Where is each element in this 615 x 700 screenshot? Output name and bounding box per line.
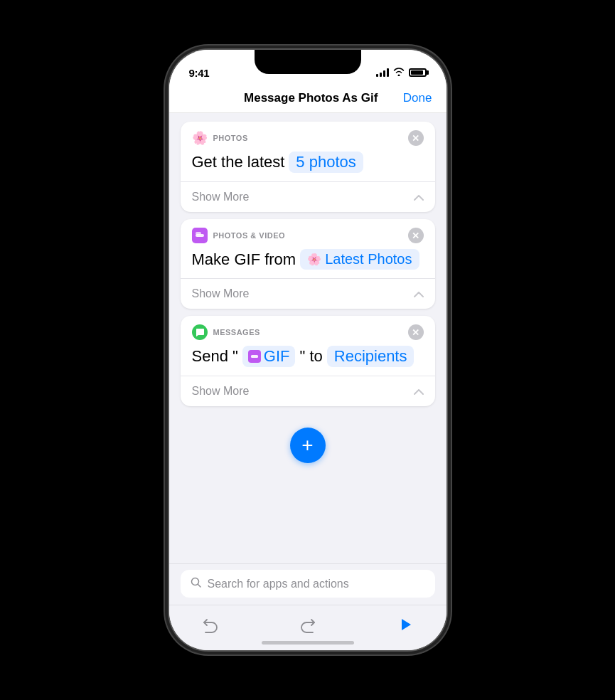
done-button[interactable]: Done bbox=[403, 91, 432, 105]
photos-category-label: PHOTOS bbox=[213, 134, 248, 142]
gif-token-label: GIF bbox=[264, 347, 290, 366]
messages-action-text: Send " GIF " to Recipients bbox=[192, 346, 424, 367]
photos-video-chevron-icon bbox=[414, 288, 424, 299]
messages-card-body: Send " GIF " to Recipients bbox=[181, 346, 435, 376]
messages-card-header-left: MESSAGES bbox=[192, 324, 260, 340]
photos-action-prefix: Get the latest bbox=[192, 153, 285, 171]
messages-category-label: MESSAGES bbox=[213, 328, 260, 336]
photos-card-header-left: 🌸 PHOTOS bbox=[192, 130, 248, 146]
shortcuts-content: 🌸 PHOTOS ✕ Get the latest 5 photos Sh bbox=[169, 113, 446, 563]
latest-photos-icon: 🌸 bbox=[307, 253, 321, 266]
add-action-button[interactable]: + bbox=[290, 428, 326, 463]
wifi-icon bbox=[393, 68, 405, 78]
photos-show-more-label: Show More bbox=[192, 191, 250, 203]
gif-mini-icon bbox=[248, 350, 261, 363]
photos-card-header: 🌸 PHOTOS ✕ bbox=[181, 122, 435, 152]
photos-video-card-header: PHOTOS & VIDEO ✕ bbox=[181, 219, 435, 249]
empty-space bbox=[181, 484, 435, 555]
svg-rect-2 bbox=[196, 232, 201, 235]
nav-bar: Message Photos As Gif Done bbox=[169, 85, 446, 113]
photos-action-card: 🌸 PHOTOS ✕ Get the latest 5 photos Sh bbox=[181, 122, 435, 212]
messages-show-more-label: Show More bbox=[192, 385, 250, 398]
photos-show-more[interactable]: Show More bbox=[181, 182, 435, 212]
messages-chevron-icon bbox=[414, 386, 424, 397]
photos-video-show-more[interactable]: Show More bbox=[181, 279, 435, 309]
search-bar[interactable]: Search for apps and actions bbox=[181, 570, 435, 598]
battery-fill bbox=[411, 70, 423, 75]
signal-bar-2 bbox=[380, 73, 382, 77]
recipients-token[interactable]: Recipients bbox=[327, 346, 415, 367]
photos-action-text: Get the latest 5 photos bbox=[192, 152, 424, 173]
run-button[interactable] bbox=[392, 612, 418, 637]
add-button-icon: + bbox=[301, 434, 313, 457]
messages-to-label: " to bbox=[299, 347, 322, 366]
signal-bar-1 bbox=[376, 74, 378, 77]
photos-video-category-label: PHOTOS & VIDEO bbox=[213, 231, 286, 240]
photos-video-action-text: Make GIF from 🌸 Latest Photos bbox=[192, 249, 424, 270]
photos-video-card-header-left: PHOTOS & VIDEO bbox=[192, 228, 286, 243]
messages-show-more[interactable]: Show More bbox=[181, 376, 435, 406]
notch bbox=[255, 50, 361, 74]
home-indicator bbox=[262, 641, 354, 645]
signal-bar-4 bbox=[387, 68, 389, 77]
messages-card-header: MESSAGES ✕ bbox=[181, 316, 435, 346]
search-icon bbox=[191, 577, 202, 590]
photos-video-action-prefix: Make GIF from bbox=[192, 250, 296, 269]
status-time: 9:41 bbox=[189, 67, 210, 79]
redo-button[interactable] bbox=[295, 612, 321, 637]
photos-video-action-card: PHOTOS & VIDEO ✕ Make GIF from 🌸 Latest … bbox=[181, 219, 435, 309]
photos-video-card-body: Make GIF from 🌸 Latest Photos bbox=[181, 249, 435, 278]
signal-bar-3 bbox=[383, 70, 385, 77]
messages-action-card: MESSAGES ✕ Send " bbox=[181, 316, 435, 406]
photos-token[interactable]: 5 photos bbox=[289, 152, 363, 173]
photos-video-card-close-button[interactable]: ✕ bbox=[408, 228, 424, 243]
photos-video-show-more-label: Show More bbox=[192, 287, 250, 300]
gif-token[interactable]: GIF bbox=[242, 346, 296, 367]
nav-title: Message Photos As Gif bbox=[244, 91, 378, 105]
photos-chevron-icon bbox=[414, 191, 424, 203]
messages-card-close-button[interactable]: ✕ bbox=[408, 324, 424, 340]
latest-photos-token-label: Latest Photos bbox=[325, 251, 412, 267]
photos-video-app-icon bbox=[192, 228, 208, 243]
search-placeholder: Search for apps and actions bbox=[208, 578, 349, 590]
photos-card-body: Get the latest 5 photos bbox=[181, 152, 435, 181]
photos-token-label: 5 photos bbox=[296, 153, 355, 171]
messages-send-prefix: Send " bbox=[192, 347, 238, 366]
battery-icon bbox=[409, 68, 427, 77]
undo-button[interactable] bbox=[198, 612, 223, 637]
status-icons bbox=[376, 68, 427, 78]
messages-app-icon bbox=[192, 324, 208, 340]
signal-bars bbox=[376, 68, 389, 77]
latest-photos-token[interactable]: 🌸 Latest Photos bbox=[300, 249, 419, 270]
phone-frame: 9:41 bbox=[169, 50, 446, 650]
photos-card-close-button[interactable]: ✕ bbox=[408, 130, 424, 146]
photos-app-icon: 🌸 bbox=[192, 130, 208, 146]
search-container: Search for apps and actions bbox=[169, 563, 446, 605]
svg-rect-4 bbox=[251, 355, 258, 358]
add-button-container: + bbox=[181, 413, 435, 477]
